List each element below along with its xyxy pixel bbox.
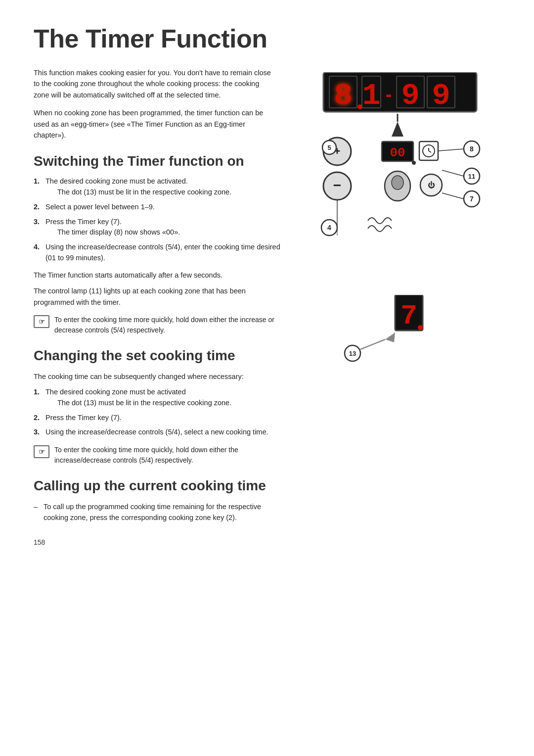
diagram-bottom-svg: 7 13	[331, 295, 469, 374]
svg-text:4: 4	[327, 224, 331, 232]
section1-note2: The control lamp (11) lights up at each …	[34, 285, 276, 308]
section3-steps: To call up the programmed cooking time r…	[34, 501, 286, 523]
diagram-top-svg: 8 1 - 9 9 + 5 00	[309, 72, 491, 285]
step-1-1: 1. The desired cooking zone must be acti…	[34, 176, 286, 198]
svg-point-26	[412, 161, 416, 165]
svg-line-38	[442, 193, 464, 199]
svg-text:8: 8	[334, 78, 352, 113]
step-1-1-sub: The dot (13) must be lit in the respecti…	[57, 188, 231, 196]
section1-note1: The Timer function starts automatically …	[34, 270, 276, 281]
svg-point-33	[392, 176, 403, 189]
step-num: 3.	[34, 427, 43, 438]
step-num: 4.	[34, 242, 43, 264]
section2-tip-text: To enter the cooking time more quickly, …	[54, 445, 286, 466]
svg-text:7: 7	[470, 195, 474, 203]
step-1-4: 4. Using the increase/decrease controls …	[34, 242, 286, 264]
svg-text:13: 13	[349, 350, 356, 357]
svg-line-47	[360, 339, 385, 349]
diagrams-area: 8 1 - 9 9 + 5 00	[286, 67, 504, 526]
step-1-2: 2. Select a power level between 1–9.	[34, 202, 286, 213]
section3-step-1: To call up the programmed cooking time r…	[34, 501, 286, 523]
step-num: 1.	[34, 176, 43, 198]
step-1-3: 3. Press the Timer key (7). The timer di…	[34, 217, 286, 238]
svg-text:-: -	[386, 84, 392, 105]
svg-marker-15	[392, 122, 403, 137]
step-2-3-text: Using the increase/decrease controls (5/…	[45, 427, 268, 438]
section1-steps: 1. The desired cooking zone must be acti…	[34, 176, 286, 263]
svg-text:00: 00	[390, 145, 405, 160]
step-1-4-text: Using the increase/decrease controls (5/…	[45, 242, 286, 264]
svg-text:11: 11	[468, 173, 475, 180]
svg-line-29	[442, 170, 464, 176]
step-2-1: 1. The desired cooking zone must be acti…	[34, 387, 286, 409]
section2-steps: 1. The desired cooking zone must be acti…	[34, 387, 286, 438]
svg-text:7: 7	[400, 300, 417, 332]
section2-intro: The cooking time can be subsequently cha…	[34, 371, 276, 382]
section3-title: Calling up the current cooking time	[34, 477, 286, 494]
step-num: 2.	[34, 413, 43, 424]
section1-tip-box: ☞ To enter the cooking time more quickly…	[34, 315, 286, 335]
page-title: The Timer Function	[34, 24, 504, 53]
step-num: 3.	[34, 217, 43, 238]
step-1-3-sub: The timer display (8) now shows «00».	[57, 228, 180, 236]
svg-text:5: 5	[327, 144, 331, 151]
svg-text:⏻: ⏻	[428, 181, 435, 189]
svg-text:9: 9	[401, 78, 419, 113]
step-2-1-text: The desired cooking zone must be activat…	[45, 388, 186, 396]
step-1-2-text: Select a power level between 1–9.	[45, 202, 155, 213]
step-num: 2.	[34, 202, 43, 213]
diagram-bottom: 7 13	[331, 295, 469, 374]
step-num: 1.	[34, 387, 43, 409]
step-2-1-sub: The dot (13) must be lit in the respecti…	[57, 399, 231, 407]
step-2-2: 2. Press the Timer key (7).	[34, 413, 286, 424]
section2-tip-box: ☞ To enter the cooking time more quickly…	[34, 445, 286, 466]
tip-icon: ☞	[34, 315, 49, 328]
intro-para2: When no cooking zone has been programmed…	[34, 107, 276, 141]
svg-point-45	[418, 325, 423, 330]
step-2-3: 3. Using the increase/decrease controls …	[34, 427, 286, 438]
step-2-2-text: Press the Timer key (7).	[45, 413, 122, 424]
step-1-3-text: Press the Timer key (7).	[45, 218, 122, 226]
svg-text:8: 8	[470, 145, 474, 153]
tip-icon-2: ☞	[34, 445, 49, 458]
svg-text:9: 9	[432, 78, 450, 113]
svg-text:1: 1	[362, 78, 380, 113]
svg-marker-46	[385, 332, 395, 342]
intro-para1: This function makes cooking easier for y…	[34, 67, 276, 100]
svg-line-25	[438, 149, 464, 151]
section1-title: Switching the Timer function on	[34, 153, 286, 170]
page-number: 158	[34, 538, 45, 546]
section3-step-1-text: To call up the programmed cooking time r…	[44, 501, 286, 523]
section1-tip-text: To enter the cooking time more quickly, …	[54, 315, 286, 335]
svg-text:−: −	[333, 178, 341, 193]
section2-title: Changing the set cooking time	[34, 347, 286, 364]
step-1-1-text: The desired cooking zone must be activat…	[45, 177, 188, 185]
